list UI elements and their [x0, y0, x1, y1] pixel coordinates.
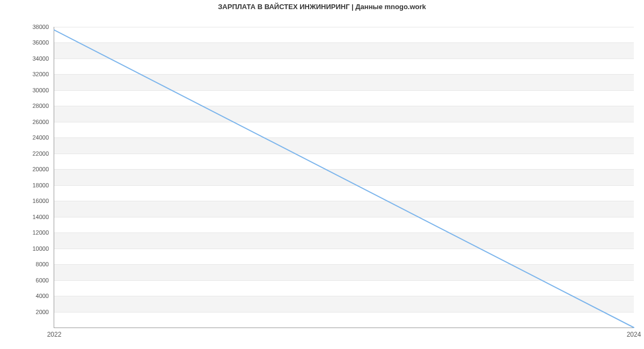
salary-chart: ЗАРПЛАТА В ВАЙСТЕХ ИНЖИНИРИНГ | Данные m… — [0, 0, 644, 349]
y-tick-label: 28000 — [1, 103, 53, 109]
y-tick-label: 36000 — [1, 39, 53, 46]
y-tick-label: 22000 — [1, 150, 53, 157]
y-tick-label: 2000 — [1, 309, 53, 315]
y-tick-label: 20000 — [1, 166, 53, 172]
y-tick-label: 6000 — [1, 277, 53, 283]
y-tick-label: 18000 — [1, 182, 53, 188]
series-salary — [54, 30, 634, 328]
y-tick-label: 38000 — [1, 24, 53, 30]
y-tick-label: 14000 — [1, 214, 53, 220]
x-tick-label: 2024 — [627, 331, 641, 338]
x-tick-label: 2022 — [47, 331, 62, 338]
y-tick-label: 24000 — [1, 134, 53, 141]
y-tick-label: 34000 — [1, 55, 53, 62]
y-tick-label: 32000 — [1, 71, 53, 77]
chart-svg — [54, 27, 634, 328]
y-tick-label: 30000 — [1, 87, 53, 93]
y-tick-label: 4000 — [1, 293, 53, 299]
y-tick-label: 16000 — [1, 198, 53, 204]
y-tick-label: 8000 — [1, 261, 53, 267]
y-tick-label: 12000 — [1, 229, 53, 236]
y-tick-label: 10000 — [1, 245, 53, 252]
y-tick-label: 26000 — [1, 119, 53, 125]
plot-area: 2000400060008000100001200014000160001800… — [54, 27, 634, 328]
chart-title: ЗАРПЛАТА В ВАЙСТЕХ ИНЖИНИРИНГ | Данные m… — [0, 3, 644, 11]
